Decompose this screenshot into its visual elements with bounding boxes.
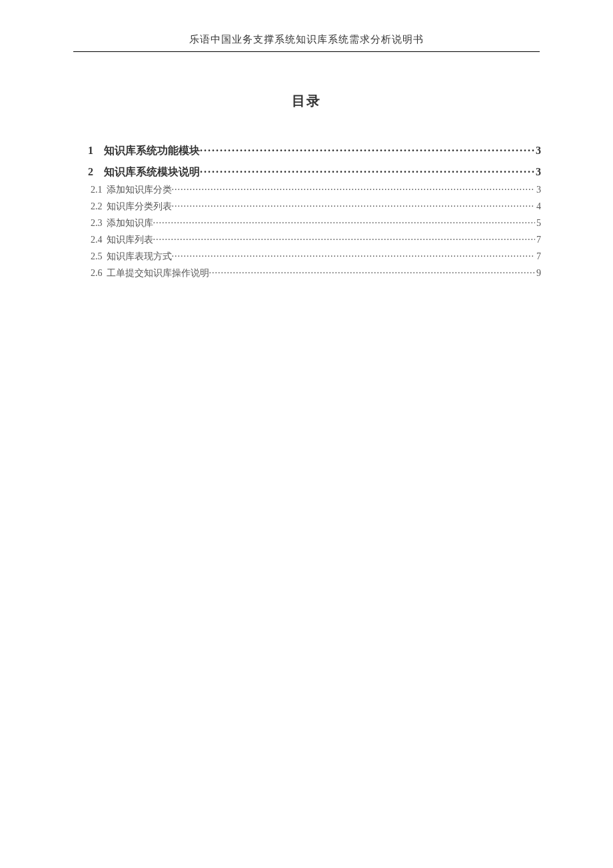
toc-leader — [172, 250, 536, 259]
toc-num: 2.4 — [91, 235, 107, 245]
toc-entry: 1 知识库系统功能模块 3 — [72, 143, 541, 158]
toc-label: 知识库系统功能模块 — [104, 144, 200, 158]
toc-page: 4 — [535, 201, 541, 212]
toc-label: 添加知识库分类 — [107, 184, 172, 196]
toc-container: 1 知识库系统功能模块 3 2 知识库系统模块说明 3 2.1 添加知识库分类 … — [72, 143, 541, 279]
toc-num: 2.2 — [91, 201, 107, 212]
toc-num: 2.3 — [91, 218, 107, 229]
toc-leader — [172, 183, 536, 193]
toc-page: 3 — [534, 145, 541, 157]
toc-entry: 2.6 工单提交知识库操作说明 9 — [72, 267, 541, 279]
toc-num: 1 — [88, 145, 104, 157]
toc-label: 知识库表现方式 — [107, 251, 172, 263]
toc-num: 2.6 — [91, 268, 107, 279]
toc-entry: 2.1 添加知识库分类 3 — [72, 183, 541, 196]
toc-page: 9 — [535, 268, 541, 279]
toc-num: 2.1 — [91, 185, 107, 195]
toc-num: 2.5 — [91, 251, 107, 262]
toc-label: 知识库系统模块说明 — [104, 165, 200, 179]
toc-entry: 2.3 添加知识库 5 — [72, 217, 541, 229]
toc-label: 知识库分类列表 — [107, 201, 172, 213]
toc-page: 5 — [535, 218, 541, 229]
toc-label: 工单提交知识库操作说明 — [107, 267, 209, 279]
header-title: 乐语中国业务支撑系统知识库系统需求分析说明书 — [189, 34, 424, 45]
page-header: 乐语中国业务支撑系统知识库系统需求分析说明书 — [0, 0, 613, 46]
toc-label: 知识库列表 — [107, 234, 153, 246]
toc-leader — [153, 233, 536, 243]
toc-leader — [209, 267, 536, 276]
toc-label: 添加知识库 — [107, 217, 153, 229]
toc-leader — [153, 217, 536, 226]
toc-page: 3 — [535, 185, 541, 195]
toc-entry: 2.2 知识库分类列表 4 — [72, 200, 541, 213]
toc-entry: 2.4 知识库列表 7 — [72, 233, 541, 246]
toc-page: 7 — [535, 251, 541, 262]
toc-leader — [200, 165, 534, 175]
toc-page: 3 — [534, 166, 541, 178]
toc-entry: 2.5 知识库表现方式 7 — [72, 250, 541, 263]
toc-num: 2 — [88, 166, 104, 178]
toc-page: 7 — [535, 235, 541, 245]
toc-leader — [200, 143, 534, 154]
toc-leader — [172, 200, 536, 209]
header-rule — [73, 51, 540, 52]
toc-heading: 目录 — [0, 92, 613, 110]
toc-entry: 2 知识库系统模块说明 3 — [72, 165, 541, 179]
